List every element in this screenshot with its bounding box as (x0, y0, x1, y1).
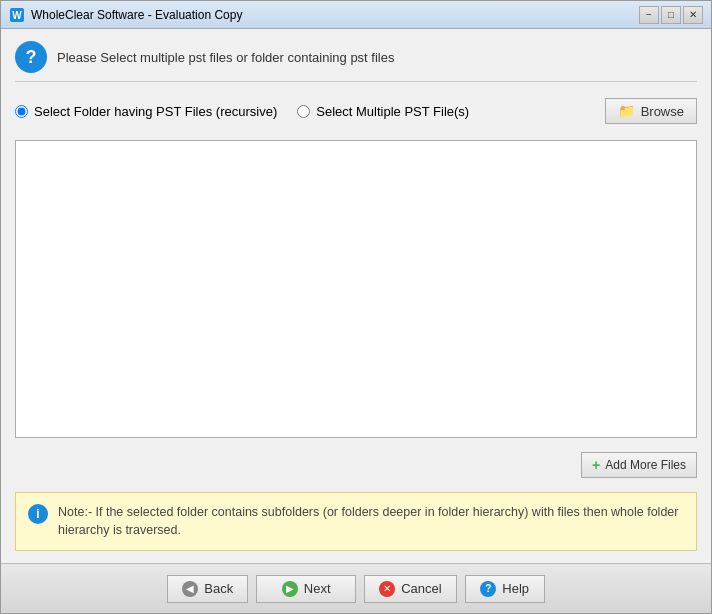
plus-icon: + (592, 457, 600, 473)
file-list (15, 140, 697, 438)
radio-files-label: Select Multiple PST File(s) (316, 104, 469, 119)
svg-text:W: W (12, 10, 22, 21)
close-button[interactable]: ✕ (683, 6, 703, 24)
radio-files[interactable] (297, 105, 310, 118)
help-label: Help (502, 581, 529, 596)
radio-option-folder[interactable]: Select Folder having PST Files (recursiv… (15, 104, 277, 119)
title-bar: W WholeClear Software - Evaluation Copy … (1, 1, 711, 29)
browse-button[interactable]: 📁 Browse (605, 98, 697, 124)
add-more-row: + Add More Files (15, 448, 697, 482)
footer: ◀ Back ▶ Next ✕ Cancel ? Help (1, 563, 711, 613)
question-icon: ? (15, 41, 47, 73)
cancel-label: Cancel (401, 581, 441, 596)
browse-label: Browse (641, 104, 684, 119)
add-more-label: Add More Files (605, 458, 686, 472)
note-text: Note:- If the selected folder contains s… (58, 503, 684, 541)
minimize-button[interactable]: − (639, 6, 659, 24)
add-more-button[interactable]: + Add More Files (581, 452, 697, 478)
header-row: ? Please Select multiple pst files or fo… (15, 41, 697, 82)
radio-folder[interactable] (15, 105, 28, 118)
next-icon: ▶ (282, 581, 298, 597)
main-window: W WholeClear Software - Evaluation Copy … (0, 0, 712, 614)
content-area: ? Please Select multiple pst files or fo… (1, 29, 711, 563)
next-button[interactable]: ▶ Next (256, 575, 356, 603)
folder-icon: 📁 (618, 103, 635, 119)
window-controls: − □ ✕ (639, 6, 703, 24)
cancel-button[interactable]: ✕ Cancel (364, 575, 456, 603)
back-button[interactable]: ◀ Back (167, 575, 248, 603)
note-box: i Note:- If the selected folder contains… (15, 492, 697, 552)
radio-row: Select Folder having PST Files (recursiv… (15, 92, 697, 130)
header-description: Please Select multiple pst files or fold… (57, 50, 394, 65)
help-icon: ? (480, 581, 496, 597)
back-label: Back (204, 581, 233, 596)
help-button[interactable]: ? Help (465, 575, 545, 603)
radio-option-files[interactable]: Select Multiple PST File(s) (297, 104, 469, 119)
info-icon: i (28, 504, 48, 524)
back-icon: ◀ (182, 581, 198, 597)
cancel-icon: ✕ (379, 581, 395, 597)
window-title: WholeClear Software - Evaluation Copy (31, 8, 639, 22)
maximize-button[interactable]: □ (661, 6, 681, 24)
next-label: Next (304, 581, 331, 596)
radio-folder-label: Select Folder having PST Files (recursiv… (34, 104, 277, 119)
app-icon: W (9, 7, 25, 23)
